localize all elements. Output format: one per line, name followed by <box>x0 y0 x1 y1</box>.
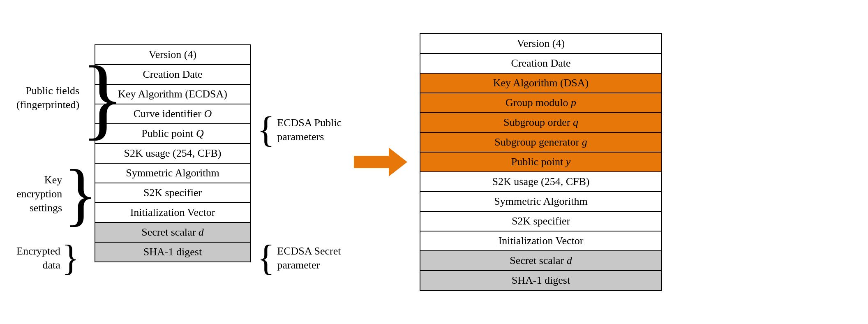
table-row: Creation Date <box>420 53 662 73</box>
right-row-2: Key Algorithm (DSA) <box>420 73 662 93</box>
ann-key-enc: Keyencryptionsettings } <box>16 151 95 237</box>
right-row-4: Subgroup order q <box>420 113 662 132</box>
table-row: Symmetric Algorithm <box>95 163 250 183</box>
svg-marker-0 <box>354 148 407 176</box>
right-diagram: Version (4) Creation Date Key Algorithm … <box>420 33 662 291</box>
table-row: Public point Q <box>95 124 250 143</box>
right-row-6: Public point y <box>420 152 662 172</box>
ann-ecdsa-public-text: ECDSA Publicparameters <box>277 116 342 144</box>
table-row: Key Algorithm (ECDSA) <box>95 84 250 104</box>
right-annotations-left: { ECDSA Publicparameters { ECDSA Secretp… <box>257 44 342 280</box>
left-annotations: Public fields(fingerprinted) } Keyencryp… <box>16 44 95 280</box>
spacer-top <box>257 44 342 109</box>
right-row-1: Creation Date <box>420 53 662 73</box>
ann-enc-data-text: Encrypteddata <box>16 244 60 272</box>
left-row-1: Creation Date <box>95 65 250 84</box>
table-row: S2K specifier <box>420 211 662 231</box>
right-row-0: Version (4) <box>420 34 662 53</box>
table-and-right: Version (4) Creation Date Key Algorithm … <box>95 44 342 280</box>
left-row-7: S2K specifier <box>95 183 250 203</box>
brace-ecdsa-secret: { <box>257 240 275 276</box>
right-row-8: Symmetric Algorithm <box>420 192 662 211</box>
arrow-container <box>354 146 407 178</box>
left-row-6: Symmetric Algorithm <box>95 163 250 183</box>
table-row: Secret scalar d <box>420 251 662 271</box>
right-row-5: Subgroup generator g <box>420 132 662 152</box>
left-row-4: Public point Q <box>95 124 250 143</box>
table-row: Subgroup generator g <box>420 132 662 152</box>
right-key-table: Version (4) Creation Date Key Algorithm … <box>420 33 662 291</box>
left-row-3: Curve identifier O <box>95 104 250 124</box>
table-row: Subgroup order q <box>420 113 662 132</box>
right-row-10: Initialization Vector <box>420 231 662 251</box>
left-row-5: S2K usage (254, CFB) <box>95 143 250 163</box>
table-row: S2K specifier <box>95 183 250 203</box>
table-row: Initialization Vector <box>420 231 662 251</box>
right-row-7: S2K usage (254, CFB) <box>420 172 662 192</box>
left-row-8: Initialization Vector <box>95 203 250 222</box>
ann-enc-data: Encrypteddata } <box>16 237 95 280</box>
ann-ecdsa-secret-text: ECDSA Secretparameter <box>277 244 341 272</box>
table-row: S2K usage (254, CFB) <box>420 172 662 192</box>
table-row: Group modulo p <box>420 93 662 113</box>
ann-public-fields-text: Public fields(fingerprinted) <box>16 84 79 112</box>
left-key-table: Version (4) Creation Date Key Algorithm … <box>95 44 251 262</box>
left-row-2: Key Algorithm (ECDSA) <box>95 84 250 104</box>
left-layout: Public fields(fingerprinted) } Keyencryp… <box>16 44 342 280</box>
ann-ecdsa-secret: { ECDSA Secretparameter <box>257 237 342 280</box>
table-row: S2K usage (254, CFB) <box>95 143 250 163</box>
right-row-3: Group modulo p <box>420 93 662 113</box>
brace-key-enc: } <box>64 159 97 229</box>
right-row-9: S2K specifier <box>420 211 662 231</box>
ann-ecdsa-public: { ECDSA Publicparameters <box>257 109 342 151</box>
table-row: SHA-1 digest <box>95 242 250 262</box>
left-row-10: SHA-1 digest <box>95 242 250 262</box>
table-row: Public point y <box>420 152 662 172</box>
table-row: SHA-1 digest <box>420 271 662 290</box>
table-row: Version (4) <box>95 45 250 65</box>
table-row: Key Algorithm (DSA) <box>420 73 662 93</box>
table-row: Initialization Vector <box>95 203 250 222</box>
brace-ecdsa-public: { <box>257 112 275 148</box>
left-row-9: Secret scalar d <box>95 222 250 242</box>
transform-arrow <box>354 146 407 178</box>
ann-key-enc-text: Keyencryptionsettings <box>16 173 62 215</box>
right-row-12: SHA-1 digest <box>420 271 662 290</box>
left-row-0: Version (4) <box>95 45 250 65</box>
ann-public-fields: Public fields(fingerprinted) } <box>16 44 95 151</box>
table-row: Curve identifier O <box>95 104 250 124</box>
table-row: Creation Date <box>95 65 250 84</box>
table-row: Secret scalar d <box>95 222 250 242</box>
right-row-11: Secret scalar d <box>420 251 662 271</box>
spacer-mid <box>257 151 342 237</box>
brace-enc-data: } <box>62 240 79 276</box>
table-row: Symmetric Algorithm <box>420 192 662 211</box>
main-container: Public fields(fingerprinted) } Keyencryp… <box>0 0 868 324</box>
table-row: Version (4) <box>420 34 662 53</box>
